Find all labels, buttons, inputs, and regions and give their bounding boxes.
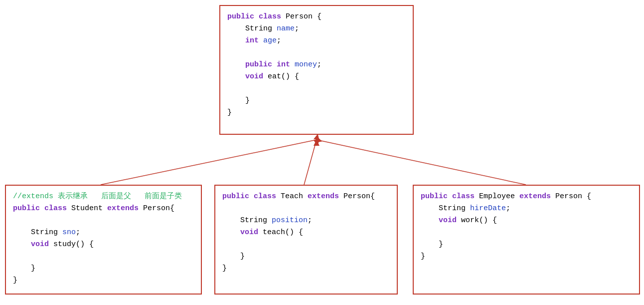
- student-line-8: }: [13, 275, 194, 287]
- teach-line-7: }: [222, 263, 390, 275]
- teach-line-4: void teach() {: [222, 227, 390, 239]
- svg-marker-4: [314, 140, 320, 146]
- teach-line-3: String position;: [222, 215, 390, 227]
- teach-line-1: public class Teach extends Person{: [222, 191, 390, 203]
- teach-line-2: [222, 203, 390, 215]
- student-line-1: //extends 表示继承 后面是父 前面是子类: [13, 191, 194, 203]
- person-line-5: public int money;: [227, 59, 406, 71]
- employee-line-4: [421, 227, 632, 239]
- teach-line-5: [222, 239, 390, 251]
- person-line-4: [227, 47, 406, 59]
- svg-line-3: [317, 140, 526, 185]
- student-line-3: [13, 215, 194, 227]
- diagram-container: public class Person { String name; int a…: [0, 0, 644, 305]
- employee-line-1: public class Employee extends Person {: [421, 191, 632, 203]
- svg-line-2: [304, 140, 317, 185]
- student-box: //extends 表示继承 后面是父 前面是子类 public class S…: [5, 185, 202, 295]
- student-line-6: [13, 251, 194, 263]
- employee-line-5: }: [421, 239, 632, 251]
- employee-line-2: String hireDate;: [421, 203, 632, 215]
- person-line-3: int age;: [227, 35, 406, 47]
- student-line-2: public class Student extends Person{: [13, 203, 194, 215]
- person-line-2: String name;: [227, 23, 406, 35]
- person-line-1: public class Person {: [227, 11, 406, 23]
- person-box: public class Person { String name; int a…: [219, 5, 414, 135]
- employee-box: public class Employee extends Person { S…: [413, 185, 640, 295]
- student-line-5: void study() {: [13, 239, 194, 251]
- student-line-7: }: [13, 263, 194, 275]
- employee-line-6: }: [421, 251, 632, 263]
- teach-line-6: }: [222, 251, 390, 263]
- person-line-8: }: [227, 95, 406, 107]
- student-line-4: String sno;: [13, 227, 194, 239]
- person-line-7: [227, 83, 406, 95]
- employee-line-3: void work() {: [421, 215, 632, 227]
- person-line-9: }: [227, 107, 406, 119]
- teach-box: public class Teach extends Person{ Strin…: [214, 185, 398, 295]
- svg-line-1: [101, 140, 317, 185]
- person-line-6: void eat() {: [227, 71, 406, 83]
